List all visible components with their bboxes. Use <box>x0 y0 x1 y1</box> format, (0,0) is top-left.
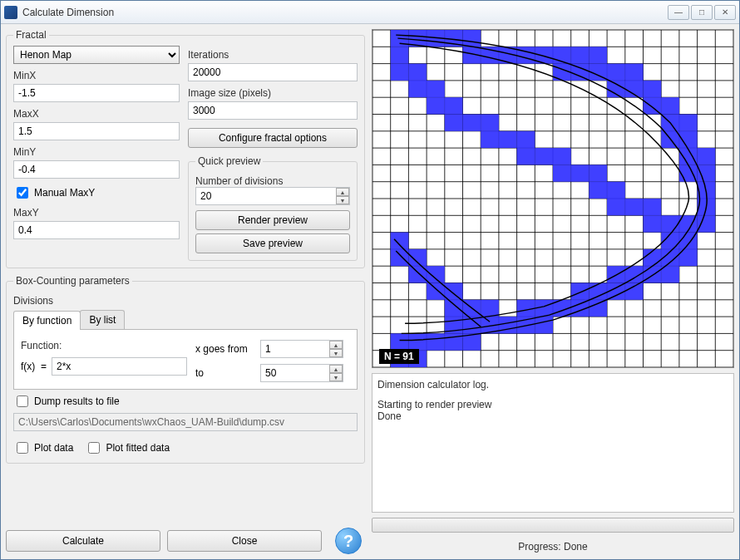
svg-rect-82 <box>517 148 535 165</box>
minx-input[interactable] <box>13 84 180 102</box>
manual-maxy-label: Manual MaxY <box>34 187 95 199</box>
svg-rect-83 <box>535 148 553 165</box>
maxy-input[interactable] <box>13 221 180 239</box>
maxx-label: MaxX <box>13 108 180 120</box>
svg-rect-77 <box>481 131 499 148</box>
log-line: Done <box>377 410 728 422</box>
svg-rect-91 <box>698 165 716 181</box>
svg-rect-92 <box>589 182 607 199</box>
num-divisions-input[interactable] <box>195 187 350 205</box>
svg-rect-119 <box>571 283 590 300</box>
iterations-label: Iterations <box>188 49 358 61</box>
log-header: Dimension calculator log. <box>377 379 728 391</box>
calculate-button[interactable]: Calculate <box>6 530 160 552</box>
svg-rect-65 <box>607 81 625 97</box>
svg-rect-47 <box>391 47 409 63</box>
svg-rect-46 <box>463 30 481 47</box>
svg-rect-86 <box>698 148 716 165</box>
render-preview-button[interactable]: Render preview <box>195 210 350 230</box>
maximize-button[interactable]: □ <box>691 5 713 20</box>
divisions-up-icon[interactable]: ▲ <box>336 188 349 196</box>
svg-rect-136 <box>535 317 553 333</box>
svg-rect-93 <box>607 182 625 199</box>
svg-rect-107 <box>408 249 427 266</box>
svg-rect-79 <box>517 131 535 148</box>
svg-rect-67 <box>644 81 662 97</box>
log-line: Starting to render preview <box>377 399 728 410</box>
close-button[interactable]: Close <box>167 530 322 552</box>
maxx-input[interactable] <box>13 122 180 140</box>
xfrom-up-icon[interactable]: ▲ <box>329 341 343 349</box>
function-label: Function: <box>21 340 187 351</box>
xfrom-label: x goes from <box>195 343 255 355</box>
svg-rect-95 <box>607 199 625 215</box>
svg-rect-51 <box>517 47 535 63</box>
dump-results-checkbox[interactable] <box>17 395 28 407</box>
svg-rect-56 <box>391 64 409 81</box>
progress-label: Progress: Done <box>372 538 734 554</box>
minimize-button[interactable]: — <box>668 5 689 20</box>
titlebar: Calculate Dimension — □ ✕ <box>1 1 739 24</box>
xto-down-icon[interactable]: ▼ <box>329 373 343 381</box>
svg-rect-123 <box>445 300 463 317</box>
svg-rect-115 <box>644 266 662 282</box>
svg-rect-99 <box>644 215 662 232</box>
miny-input[interactable] <box>13 160 180 179</box>
fx-prefix: f(x) = <box>21 361 47 372</box>
configure-fractal-button[interactable]: Configure fractal options <box>188 128 358 148</box>
num-divisions-label: Number of divisions <box>195 175 350 187</box>
plot-fitted-checkbox[interactable] <box>88 442 100 454</box>
save-preview-button[interactable]: Save preview <box>195 233 350 253</box>
fractal-group: Fractal Henon Map MinX MaxX MinY <box>6 29 365 268</box>
svg-rect-138 <box>408 333 427 350</box>
divisions-down-icon[interactable]: ▼ <box>336 196 349 204</box>
svg-rect-72 <box>445 115 463 131</box>
svg-rect-112 <box>427 266 445 282</box>
fx-input[interactable] <box>52 357 187 376</box>
boxcount-group: Box-Counting parameters Divisions By fun… <box>6 275 365 464</box>
svg-rect-84 <box>553 148 571 165</box>
dump-path-input <box>13 413 358 431</box>
svg-rect-137 <box>391 333 409 350</box>
svg-rect-118 <box>445 283 463 300</box>
svg-rect-54 <box>571 47 590 63</box>
quick-preview-legend: Quick preview <box>195 155 263 167</box>
xto-label: to <box>195 367 255 379</box>
xto-up-icon[interactable]: ▲ <box>329 365 343 373</box>
tab-by-function[interactable]: By function <box>13 311 81 330</box>
svg-rect-68 <box>427 97 445 114</box>
svg-rect-63 <box>408 81 427 97</box>
plot-data-checkbox[interactable] <box>17 442 28 454</box>
fractal-type-select[interactable]: Henon Map <box>13 46 180 64</box>
svg-rect-89 <box>589 165 607 181</box>
svg-rect-61 <box>607 64 625 81</box>
svg-rect-116 <box>661 266 679 282</box>
imagesize-label: Image size (pixels) <box>188 87 358 99</box>
progress-bar <box>372 518 734 533</box>
plot-fitted-label: Plot fitted data <box>106 442 170 454</box>
svg-rect-102 <box>698 215 716 232</box>
log-panel: Dimension calculator log. Starting to re… <box>372 373 734 513</box>
svg-rect-120 <box>589 283 607 300</box>
svg-rect-55 <box>589 47 607 63</box>
manual-maxy-checkbox[interactable] <box>17 187 28 199</box>
svg-rect-64 <box>427 81 445 97</box>
svg-rect-74 <box>481 115 499 131</box>
xfrom-down-icon[interactable]: ▼ <box>329 349 343 357</box>
help-icon[interactable]: ? <box>335 528 362 554</box>
svg-rect-57 <box>408 64 427 81</box>
svg-rect-73 <box>463 115 481 131</box>
preview-panel: N = 91 <box>372 29 734 368</box>
svg-rect-126 <box>517 300 535 317</box>
minx-label: MinX <box>13 70 180 81</box>
close-window-button[interactable]: ✕ <box>714 5 736 20</box>
svg-rect-88 <box>571 165 590 181</box>
iterations-input[interactable] <box>188 63 358 81</box>
tab-by-list[interactable]: By list <box>80 310 125 329</box>
svg-rect-62 <box>625 64 644 81</box>
svg-rect-97 <box>644 199 662 215</box>
svg-rect-125 <box>481 300 499 317</box>
maxy-label: MaxY <box>13 207 180 219</box>
svg-rect-139 <box>427 333 445 350</box>
imagesize-input[interactable] <box>188 101 358 120</box>
